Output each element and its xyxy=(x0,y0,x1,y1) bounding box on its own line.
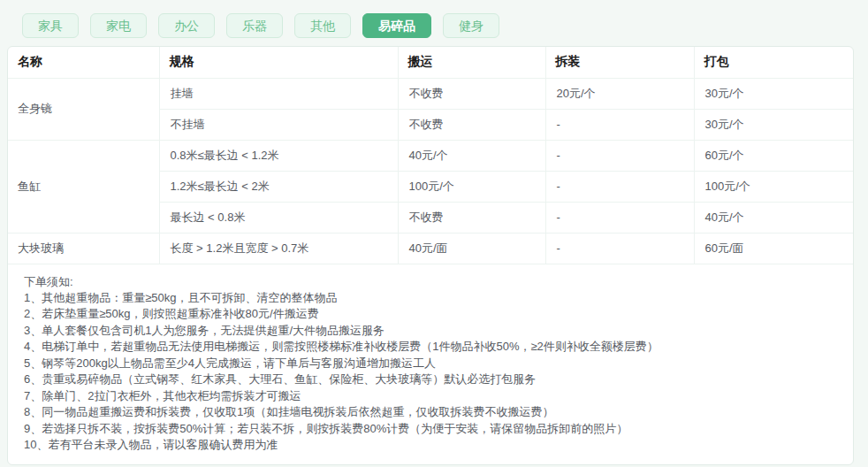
disassemble-fee-cell: - xyxy=(545,140,694,171)
spec-cell: 1.2米≤最长边 < 2米 xyxy=(159,171,398,202)
pack-fee-cell: 100元/个 xyxy=(694,171,853,202)
category-tabbar: 家具 家电 办公 乐器 其他 易碎品 健身 xyxy=(0,0,868,42)
pricing-card: 名称 规格 搬运 拆装 打包 全身镜 挂墙 不收费 20元/个 30元/个 不挂… xyxy=(7,46,854,465)
disassemble-fee-cell: 20元/个 xyxy=(545,78,694,109)
tab-office[interactable]: 办公 xyxy=(158,13,215,38)
note-line: 3、单人套餐仅包含司机1人为您服务，无法提供超重/大件物品搬运服务 xyxy=(24,323,837,339)
pack-fee-cell: 60元/个 xyxy=(694,140,853,171)
item-name-mirror: 全身镜 xyxy=(8,78,159,140)
move-fee-cell: 不收费 xyxy=(398,78,545,109)
header-move: 搬运 xyxy=(398,47,545,78)
tab-appliance[interactable]: 家电 xyxy=(90,13,147,38)
note-line: 8、同一物品超重搬运费和拆装费，仅收取1项（如挂墙电视拆装后依然超重，仅收取拆装… xyxy=(24,404,837,420)
pack-fee-cell: 40元/个 xyxy=(694,202,853,233)
disassemble-fee-cell: - xyxy=(545,202,694,233)
header-disassemble: 拆装 xyxy=(545,47,694,78)
move-fee-cell: 40元/个 xyxy=(398,140,545,171)
tab-furniture[interactable]: 家具 xyxy=(22,13,79,38)
disassemble-fee-cell: - xyxy=(545,109,694,140)
disassemble-fee-cell: - xyxy=(545,233,694,264)
pack-fee-cell: 30元/个 xyxy=(694,109,853,140)
move-fee-cell: 不收费 xyxy=(398,109,545,140)
move-fee-cell: 不收费 xyxy=(398,202,545,233)
note-line: 9、若选择只拆不装，按拆装费50%计算；若只装不拆，则按拆装费80%计费（为便于… xyxy=(24,421,837,437)
header-name: 名称 xyxy=(8,47,159,78)
note-line: 1、其他超重物品：重量≥50kg，且不可拆卸、清空的整体物品 xyxy=(24,290,837,306)
table-header-row: 名称 规格 搬运 拆装 打包 xyxy=(8,47,853,78)
note-line: 6、贵重或易碎物品（立式钢琴、红木家具、大理石、鱼缸、保险柜、大块玻璃等）默认必… xyxy=(24,371,837,387)
item-name-fishtank: 鱼缸 xyxy=(8,140,159,233)
pack-fee-cell: 60元/面 xyxy=(694,233,853,264)
spec-cell: 挂墙 xyxy=(159,78,398,109)
item-name-glass: 大块玻璃 xyxy=(8,233,159,264)
order-notes: 下单须知: 1、其他超重物品：重量≥50kg，且不可拆卸、清空的整体物品 2、若… xyxy=(8,264,853,465)
notes-title: 下单须知: xyxy=(24,274,837,290)
pack-fee-cell: 30元/个 xyxy=(694,78,853,109)
table-row: 大块玻璃 长度 > 1.2米且宽度 > 0.7米 40元/面 - 60元/面 xyxy=(8,233,853,264)
spec-cell: 0.8米≤最长边 < 1.2米 xyxy=(159,140,398,171)
move-fee-cell: 100元/个 xyxy=(398,171,545,202)
spec-cell: 不挂墙 xyxy=(159,109,398,140)
tab-other[interactable]: 其他 xyxy=(294,13,351,38)
disassemble-fee-cell: - xyxy=(545,171,694,202)
move-fee-cell: 40元/面 xyxy=(398,233,545,264)
spec-cell: 最长边 < 0.8米 xyxy=(159,202,398,233)
table-row: 鱼缸 0.8米≤最长边 < 1.2米 40元/个 - 60元/个 xyxy=(8,140,853,171)
spec-cell: 长度 > 1.2米且宽度 > 0.7米 xyxy=(159,233,398,264)
tab-instrument[interactable]: 乐器 xyxy=(226,13,283,38)
note-line: 5、钢琴等200kg以上物品需至少4人完成搬运，请下单后与客服沟通增加搬运工人 xyxy=(24,356,837,371)
table-row: 全身镜 挂墙 不收费 20元/个 30元/个 xyxy=(8,78,853,109)
tab-fitness[interactable]: 健身 xyxy=(443,13,499,38)
note-line: 4、电梯订单中，若超重物品无法使用电梯搬运，则需按照楼梯标准补收楼层费（1件物品… xyxy=(24,339,837,355)
header-pack: 打包 xyxy=(694,47,853,78)
tab-fragile[interactable]: 易碎品 xyxy=(362,13,431,38)
fragile-price-table: 名称 规格 搬运 拆装 打包 全身镜 挂墙 不收费 20元/个 30元/个 不挂… xyxy=(8,47,853,264)
header-spec: 规格 xyxy=(159,47,398,78)
note-line: 2、若床垫重量≥50kg，则按照超重标准补收80元/件搬运费 xyxy=(24,306,837,322)
note-line: 7、除单门、2拉门衣柜外，其他衣柜均需拆装才可搬运 xyxy=(24,388,837,404)
note-line: 10、若有平台未录入物品，请以客服确认费用为准 xyxy=(24,437,837,453)
